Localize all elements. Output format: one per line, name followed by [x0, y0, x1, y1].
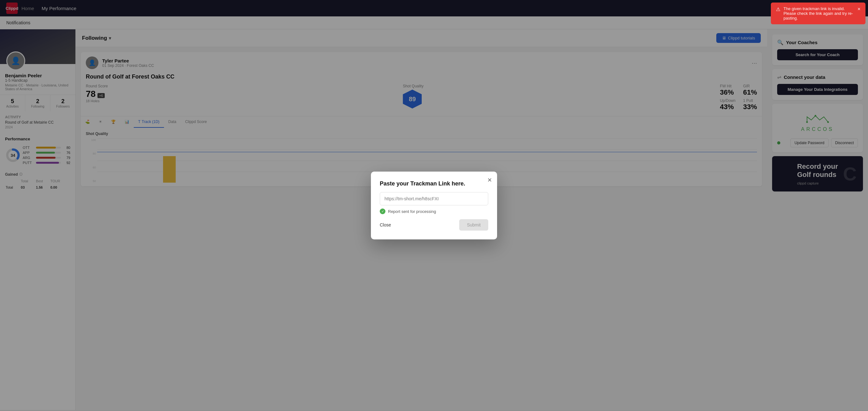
- error-icon: ⚠: [776, 6, 780, 12]
- modal-title: Paste your Trackman Link here.: [380, 181, 488, 187]
- error-toast: ⚠ The given trackman link is invalid. Pl…: [771, 2, 866, 24]
- trackman-modal: Paste your Trackman Link here. ✕ ✓ Repor…: [371, 171, 497, 240]
- trackman-link-input[interactable]: [380, 192, 488, 205]
- success-check-icon: ✓: [380, 209, 385, 214]
- modal-footer: Close Submit: [380, 219, 488, 230]
- modal-overlay: Paste your Trackman Link here. ✕ ✓ Repor…: [0, 0, 868, 410]
- modal-close-icon[interactable]: ✕: [487, 177, 492, 184]
- modal-submit-button[interactable]: Submit: [459, 219, 488, 230]
- modal-close-button[interactable]: Close: [380, 220, 391, 230]
- toast-close-icon[interactable]: ×: [858, 6, 861, 12]
- error-message: The given trackman link is invalid. Plea…: [783, 6, 855, 21]
- modal-success-message: ✓ Report sent for processing: [380, 209, 488, 214]
